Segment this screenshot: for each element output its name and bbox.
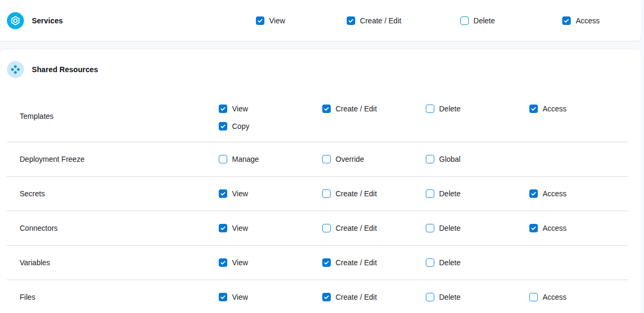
permission-cell: Create / Edit	[322, 90, 426, 142]
checkbox-unchecked-icon[interactable]	[426, 293, 434, 301]
checkbox-unchecked-icon[interactable]	[426, 155, 434, 163]
checkbox-checked-icon[interactable]	[256, 16, 264, 25]
permission-label: View	[232, 224, 248, 232]
permission-create-edit[interactable]: Create / Edit	[322, 293, 426, 301]
permission-access[interactable]: Access	[529, 189, 633, 198]
permission-row-connectors: ConnectorsViewCreate / EditDeleteAccess	[0, 211, 641, 245]
permission-label: Delete	[439, 258, 460, 267]
checkbox-checked-icon[interactable]	[322, 293, 331, 301]
checkbox-unchecked-icon[interactable]	[460, 16, 469, 25]
checkbox-unchecked-icon[interactable]	[426, 224, 434, 232]
shared-resources-icon	[7, 61, 24, 78]
permission-label: View	[232, 189, 248, 198]
permission-label: Create / Edit	[336, 105, 377, 113]
permission-cell: Create / Edit	[322, 280, 426, 313]
checkbox-checked-icon[interactable]	[219, 189, 227, 198]
permission-label: Access	[543, 293, 566, 301]
permission-delete[interactable]: Delete	[426, 105, 529, 113]
permission-label: Delete	[439, 105, 460, 113]
checkbox-checked-icon[interactable]	[219, 258, 227, 267]
permission-view[interactable]: View	[219, 258, 322, 267]
permission-label: View	[232, 293, 248, 301]
services-title-cell: Services	[7, 12, 219, 29]
checkbox-unchecked-icon[interactable]	[219, 155, 227, 163]
checkbox-unchecked-icon[interactable]	[322, 189, 331, 198]
permission-label: Create / Edit	[336, 224, 377, 232]
checkbox-checked-icon[interactable]	[219, 293, 227, 301]
permission-label: Access	[576, 16, 599, 25]
checkbox-unchecked-icon[interactable]	[426, 258, 434, 267]
permission-delete[interactable]: Delete	[426, 258, 529, 267]
permission-label: Manage	[232, 155, 259, 163]
resource-label: Connectors	[20, 211, 219, 245]
checkbox-checked-icon[interactable]	[219, 105, 227, 113]
permission-view[interactable]: View	[256, 16, 285, 25]
permission-label: Delete	[439, 189, 460, 198]
permission-cell: Create / Edit	[322, 16, 426, 25]
permission-row-deployment-freeze: Deployment FreezeManageOverrideGlobal	[0, 142, 641, 176]
permission-access[interactable]: Access	[529, 293, 633, 301]
permission-manage[interactable]: Manage	[219, 155, 322, 163]
permission-view[interactable]: View	[219, 224, 322, 232]
permission-create-edit[interactable]: Create / Edit	[322, 258, 426, 267]
permission-access[interactable]: Access	[529, 105, 633, 113]
shared-resources-section-title: Shared Resources	[32, 65, 98, 74]
checkbox-checked-icon[interactable]	[347, 16, 355, 25]
permission-create-edit[interactable]: Create / Edit	[322, 224, 426, 232]
permission-cell: Delete	[426, 177, 529, 211]
resource-label: Files	[20, 280, 219, 313]
checkbox-checked-icon[interactable]	[322, 105, 331, 113]
checkbox-checked-icon[interactable]	[219, 122, 227, 131]
checkbox-unchecked-icon[interactable]	[322, 224, 331, 232]
checkbox-unchecked-icon[interactable]	[426, 189, 434, 198]
checkbox-checked-icon[interactable]	[562, 16, 571, 25]
permission-label: Delete	[474, 16, 495, 25]
shared-resources-permission-card: Shared Resources TemplatesViewCopyCreate…	[0, 49, 641, 313]
permission-cell: Access	[529, 211, 633, 245]
permission-create-edit[interactable]: Create / Edit	[322, 105, 426, 113]
permission-cell: ViewCopy	[219, 90, 322, 142]
permission-override[interactable]: Override	[322, 155, 426, 163]
permission-label: Copy	[232, 122, 250, 131]
permission-delete[interactable]: Delete	[460, 16, 495, 25]
checkbox-checked-icon[interactable]	[529, 105, 538, 113]
permission-access[interactable]: Access	[562, 16, 599, 25]
checkbox-unchecked-icon[interactable]	[426, 105, 434, 113]
permission-view[interactable]: View	[219, 105, 322, 113]
services-permissions: ViewCreate / EditDeleteAccess	[219, 16, 633, 25]
permission-cell: Create / Edit	[322, 246, 426, 280]
permission-row-files: FilesViewCreate / EditDeleteAccess	[0, 280, 641, 313]
permission-cell	[529, 142, 633, 176]
permission-create-edit[interactable]: Create / Edit	[322, 189, 426, 198]
permission-view[interactable]: View	[219, 293, 322, 301]
checkbox-unchecked-icon[interactable]	[529, 293, 538, 301]
checkbox-checked-icon[interactable]	[529, 224, 538, 232]
permission-cell: View	[219, 246, 322, 280]
permission-label: Delete	[439, 293, 460, 301]
permission-access[interactable]: Access	[529, 224, 633, 232]
permission-label: View	[269, 16, 285, 25]
permission-label: Access	[543, 105, 566, 113]
permission-delete[interactable]: Delete	[426, 293, 529, 301]
permission-cell: Access	[529, 16, 633, 25]
checkbox-checked-icon[interactable]	[322, 258, 331, 267]
permission-label: Create / Edit	[336, 189, 377, 198]
permission-delete[interactable]: Delete	[426, 189, 529, 198]
services-permission-card: Services ViewCreate / EditDeleteAccess	[0, 0, 641, 41]
checkbox-unchecked-icon[interactable]	[322, 155, 331, 163]
permission-row-variables: VariablesViewCreate / EditDelete	[0, 246, 641, 280]
checkbox-checked-icon[interactable]	[219, 224, 227, 232]
resource-label: Templates	[20, 90, 219, 142]
permission-label: Create / Edit	[336, 293, 377, 301]
checkbox-checked-icon[interactable]	[529, 189, 538, 198]
permission-label: Delete	[439, 224, 460, 232]
resource-label: Variables	[20, 246, 219, 280]
permission-global[interactable]: Global	[426, 155, 529, 163]
permission-row-templates: TemplatesViewCopyCreate / EditDeleteAcce…	[0, 90, 641, 142]
permission-delete[interactable]: Delete	[426, 224, 529, 232]
resource-label: Secrets	[20, 177, 219, 211]
permission-create-edit[interactable]: Create / Edit	[347, 16, 401, 25]
shared-resources-rows: TemplatesViewCopyCreate / EditDeleteAcce…	[0, 90, 641, 313]
permission-view[interactable]: View	[219, 189, 322, 198]
permission-copy[interactable]: Copy	[219, 122, 322, 131]
